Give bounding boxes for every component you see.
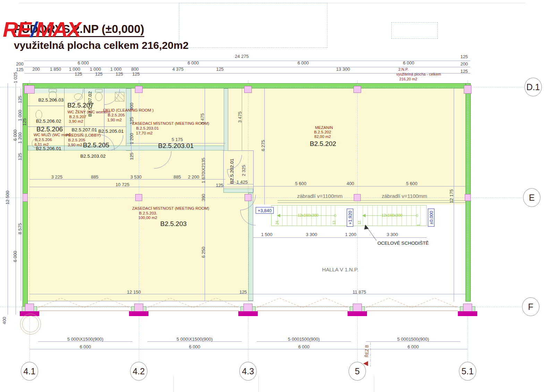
column <box>465 194 471 201</box>
label-dim: 5 000\X1500(900) <box>67 337 103 342</box>
label-dim: 5 600 <box>295 181 307 186</box>
label-red: 17,70 m2 <box>136 131 153 135</box>
grid-line-4-3 <box>248 80 248 363</box>
label-greenv: 12. <box>358 220 361 225</box>
label-dim: 6 000 <box>403 60 415 66</box>
label-dim: 1 425 <box>237 180 248 185</box>
floor-plan-sheet: PŮDORYS 2.NP (±0,000) využitelná plocha … <box>0 0 555 392</box>
label-green: 12x160x300 <box>382 213 402 217</box>
label-dim: 200 <box>460 61 468 67</box>
label-code: B2.5.206.03 <box>39 97 64 103</box>
label-dim: 125 <box>95 71 103 77</box>
dim-line <box>253 186 466 186</box>
partition-6 <box>223 150 224 189</box>
grid-bubble-f: F <box>522 297 539 316</box>
label-big: B2.5.203.01 <box>158 142 194 150</box>
label-dim: 125 <box>216 67 224 72</box>
column <box>244 86 252 93</box>
label-dim: 800 <box>131 67 139 72</box>
column <box>23 193 28 202</box>
label-note: 2.N.P. <box>398 67 408 71</box>
label-red: 82,00 m2 <box>314 134 331 139</box>
label-dim: 3 225 <box>51 174 63 180</box>
label-dimv: 390 <box>201 194 206 201</box>
label-dim: 3 300 <box>387 232 398 237</box>
label-dimv: 1 200 <box>129 133 134 145</box>
grid-line-e <box>0 198 522 198</box>
label-red: B.2.5.202 <box>314 130 331 134</box>
label-dimv: 125 <box>17 153 23 160</box>
partition-3 <box>104 88 104 146</box>
label-dimv: 1 670\X2135 <box>201 158 206 183</box>
label-dim: 885 <box>91 174 99 180</box>
label-dim: 12 150 <box>127 289 141 295</box>
label-red: 3,90 m2 <box>68 143 82 147</box>
label-big: B2.5.202 <box>310 140 336 148</box>
label-dim: 5 175 <box>172 137 183 142</box>
railing-line-2 <box>278 202 466 203</box>
label-dimv: 2 325 <box>241 165 246 176</box>
label-red: B.2.5.207 <box>69 115 86 119</box>
label-dim: 6 000 <box>298 60 309 66</box>
label-levelv: ±0,000 <box>428 209 435 227</box>
label-dim: 125 <box>16 67 24 72</box>
label-dimv: 6 250 <box>201 247 206 258</box>
bottom-construction-line-1 <box>173 376 174 392</box>
label-gray: zábradlí v=1100mm <box>297 193 342 199</box>
label-dim: 6 000 <box>188 60 199 66</box>
label-dim: 4 375 <box>172 67 184 72</box>
grid-bubble-e: E <box>523 188 540 207</box>
grid-bubble-4-2: 4.2 <box>130 362 147 381</box>
partition-4 <box>28 106 64 106</box>
label-dim: 125 <box>460 69 468 74</box>
label-red: ZASEDACÍ MÍSTNOST (MEETING ROOM) <box>132 121 209 125</box>
remax-logo: RE/MAX <box>3 19 80 40</box>
label-dim: 125 <box>460 54 468 59</box>
label-redv: ŘEZ B <box>365 345 369 357</box>
label-dim: 6 000 <box>80 344 91 349</box>
label-dimv: 125 <box>17 96 23 103</box>
bottom-construction-line-3 <box>374 376 374 392</box>
label-dim: 5 0001500(900) <box>397 337 429 342</box>
label-dim: 6 000 <box>189 344 200 349</box>
dim-line <box>253 237 427 238</box>
label-greenv: 24. <box>275 220 279 225</box>
label-red: 100,00 m2 <box>138 216 157 220</box>
label-dim: 3 300 <box>306 232 317 237</box>
grid-line-5-1 <box>468 80 468 363</box>
label-dim: 1 000 <box>90 67 101 72</box>
label-dimv: 1 025 <box>13 72 18 84</box>
column <box>135 86 143 93</box>
sill-magenta <box>129 311 148 316</box>
label-dimv: 400 <box>2 317 7 324</box>
label-dimv: 8 575 <box>17 223 23 235</box>
sill-magenta <box>348 311 367 316</box>
label-dim: 5 000\X1500(900) <box>177 337 213 342</box>
grid-bubble-5: 5 <box>349 362 366 381</box>
label-big: B2.5.207 <box>67 102 94 109</box>
site-circle-inner <box>22 316 39 332</box>
dim-line <box>16 83 16 315</box>
label-dim: 2 200 <box>188 174 199 180</box>
wall-meeting-room-right <box>224 88 228 151</box>
label-code: B2.5.203.02 <box>80 154 106 159</box>
stair-leader-arrow <box>364 225 376 241</box>
logo-slash-icon: / <box>31 17 35 41</box>
label-dim: 125 <box>75 71 82 77</box>
label-codev: B2.5.202.01 <box>229 159 234 184</box>
label-big: B2.5.205 <box>83 141 109 149</box>
label-red: B.2.5.205 <box>108 113 125 117</box>
column <box>354 194 361 201</box>
label-dimv: 125 <box>22 118 27 126</box>
label-dimv: 12 500 <box>5 191 10 204</box>
partition-7 <box>228 150 253 151</box>
label-dim: 6 000 <box>78 60 89 66</box>
wall-right <box>466 83 471 302</box>
logo-max: MAX <box>35 17 80 41</box>
label-dim: 1 500 <box>261 232 273 237</box>
label-level: +3,840 <box>256 207 274 214</box>
floor-edge-bottom <box>28 301 253 301</box>
grid-bubble-d-1: D.1 <box>524 78 542 96</box>
dashed-outline-small <box>391 22 438 39</box>
label-dim: 200 <box>16 61 24 67</box>
